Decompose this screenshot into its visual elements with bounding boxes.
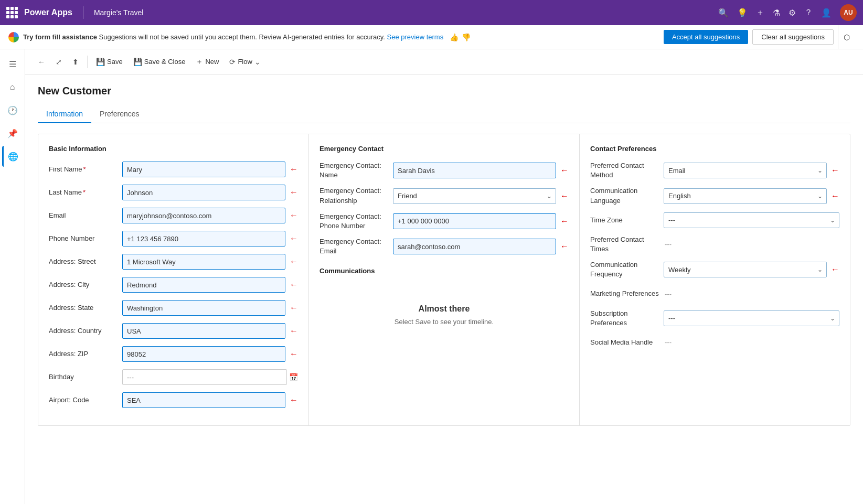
ec-name-input[interactable] (393, 163, 556, 178)
save-button[interactable]: 💾 Save (92, 55, 127, 69)
nav-divider (83, 6, 83, 19)
phone-input[interactable] (122, 231, 285, 246)
flow-icon: ⟳ (229, 58, 236, 66)
input-wrap-subscription: --- (664, 310, 839, 326)
field-comm-lang: Communication Language English Spanish F… (590, 186, 839, 205)
user-icon[interactable]: 👤 (821, 8, 832, 18)
new-button[interactable]: ＋ New (191, 54, 223, 70)
grid-icon[interactable] (6, 7, 18, 18)
expand-button[interactable]: ⤢ (51, 55, 66, 69)
field-birthday: Birthday 📅 (49, 369, 298, 385)
ec-email-input[interactable] (393, 239, 556, 254)
settings-icon[interactable]: ⚙ (789, 8, 796, 18)
last-name-input[interactable] (122, 185, 285, 200)
field-state: Address: State ← (49, 299, 298, 316)
field-city: Address: City ← (49, 276, 298, 293)
sidebar-globe-icon[interactable]: 🌐 (2, 146, 23, 167)
label-social: Social Media Handle (590, 338, 664, 347)
emergency-contact-section: Emergency Contact Emergency Contact: Nam… (309, 134, 580, 425)
field-airport: Airport: Code ← (49, 392, 298, 409)
tab-preferences[interactable]: Preferences (91, 105, 147, 123)
suggestion-actions: Accept all suggestions Clear all suggest… (664, 29, 834, 45)
basic-info-section: Basic Information First Name* ← Last Nam… (38, 134, 309, 425)
country-input[interactable] (122, 323, 285, 339)
state-input[interactable] (122, 300, 285, 316)
comm-lang-select[interactable]: English Spanish French (664, 188, 827, 204)
add-icon[interactable]: ＋ (756, 7, 764, 18)
app-grid-menu[interactable] (6, 7, 18, 18)
arrow-email: ← (290, 211, 298, 220)
label-comm-freq: Communication Frequency (590, 260, 664, 279)
tab-information[interactable]: Information (38, 105, 91, 123)
help-icon[interactable]: ？ (804, 7, 813, 18)
arrow-comm-freq: ← (831, 265, 839, 274)
label-ec-phone: Emergency Contact: Phone Number (319, 212, 393, 231)
filter-icon[interactable]: ⚗ (773, 8, 780, 18)
comm-freq-select[interactable]: Weekly Monthly Daily (664, 262, 827, 277)
flow-button[interactable]: ⟳ Flow ⌄ (225, 55, 264, 69)
input-wrap-pref-contact: Email Phone Text ← (664, 163, 839, 178)
label-timezone: Time Zone (590, 216, 664, 225)
email-input[interactable] (122, 208, 285, 223)
input-wrap-comm-lang: English Spanish French ← (664, 188, 839, 204)
sidebar-home-icon[interactable]: ⌂ (2, 77, 23, 98)
field-ec-name: Emergency Contact: Name ← (319, 161, 569, 180)
clear-all-button[interactable]: Clear all suggestions (752, 29, 834, 45)
field-pref-contact: Preferred Contact Method Email Phone Tex… (590, 161, 839, 180)
flow-label: Flow (238, 58, 252, 66)
preview-terms-link[interactable]: See preview terms (387, 33, 443, 41)
arrow-first-name: ← (290, 165, 298, 174)
birthday-input[interactable] (122, 369, 287, 385)
search-icon[interactable]: 🔍 (718, 8, 729, 18)
sidebar-menu-icon[interactable]: ☰ (2, 53, 23, 74)
accept-all-button[interactable]: Accept all suggestions (664, 30, 748, 44)
export-button[interactable]: ⬆ (68, 55, 83, 69)
input-wrap-email: ← (122, 208, 298, 223)
export-icon: ⬆ (72, 58, 79, 66)
field-ec-phone: Emergency Contact: Phone Number ← (319, 212, 569, 231)
back-icon: ← (38, 58, 45, 66)
label-phone: Phone Number (49, 234, 122, 243)
label-marketing: Marketing Preferences (590, 289, 664, 298)
label-first-name: First Name* (49, 165, 122, 174)
pref-contact-select[interactable]: Email Phone Text (664, 163, 827, 178)
label-ec-rel: Emergency Contact: Relationship (319, 186, 393, 205)
back-button[interactable]: ← (34, 55, 49, 69)
airport-input[interactable] (122, 392, 285, 408)
sidebar-recent-icon[interactable]: 🕐 (2, 100, 23, 121)
label-state: Address: State (49, 303, 122, 313)
sidebar-pin-icon[interactable]: 📌 (2, 123, 23, 144)
main-layout: ☰ ⌂ 🕐 📌 🌐 ← ⤢ ⬆ 💾 Save 💾 Save & (0, 49, 863, 504)
emergency-contact-title: Emergency Contact (319, 145, 569, 153)
thumbs-down-button[interactable]: 👎 (462, 33, 471, 41)
zip-input[interactable] (122, 346, 285, 362)
new-icon: ＋ (196, 57, 203, 67)
field-last-name: Last Name* ← (49, 184, 298, 201)
save-close-label: Save & Close (144, 58, 186, 66)
thumbs-up-button[interactable]: 👍 (450, 33, 459, 41)
input-wrap-airport: ← (122, 392, 298, 408)
avatar[interactable]: AU (840, 4, 857, 21)
calendar-icon[interactable]: 📅 (289, 373, 298, 381)
input-wrap-city: ← (122, 277, 298, 293)
three-col-layout: Basic Information First Name* ← Last Nam… (38, 134, 850, 426)
ec-phone-input[interactable] (393, 213, 556, 229)
side-panel-icon[interactable]: ⬡ (838, 25, 855, 49)
arrow-ec-email: ← (560, 242, 569, 251)
communications-title: Communications (319, 267, 569, 275)
first-name-input[interactable] (122, 162, 285, 177)
arrow-last-name: ← (290, 188, 298, 197)
timezone-select[interactable]: --- (664, 212, 839, 228)
suggestion-body: Suggestions will not be saved until you … (99, 33, 387, 41)
flow-chevron-icon: ⌄ (254, 58, 261, 66)
save-close-button[interactable]: 💾 Save & Close (129, 55, 190, 69)
input-wrap-phone: ← (122, 231, 298, 246)
suggestion-bar: Try form fill assistance Suggestions wil… (0, 25, 863, 49)
city-input[interactable] (122, 277, 285, 293)
input-wrap-ec-rel: Friend Family Spouse Other ← (393, 188, 569, 204)
street-input[interactable] (122, 254, 285, 270)
ec-rel-select[interactable]: Friend Family Spouse Other (393, 188, 556, 204)
input-wrap-last-name: ← (122, 185, 298, 200)
subscription-select[interactable]: --- (664, 310, 839, 326)
lightbulb-icon[interactable]: 💡 (737, 8, 748, 18)
